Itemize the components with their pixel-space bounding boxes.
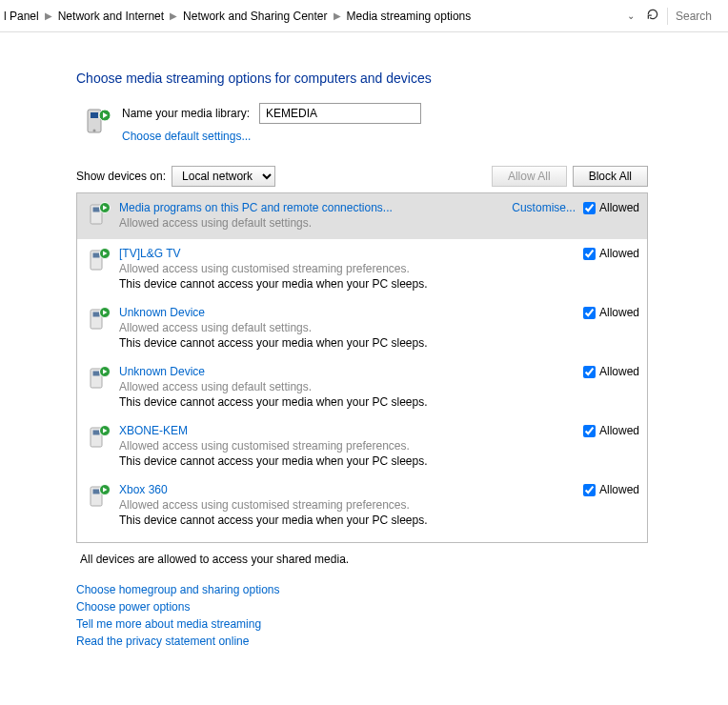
- bottom-link[interactable]: Read the privacy statement online: [76, 634, 648, 648]
- bottom-link[interactable]: Choose homegroup and sharing options: [76, 583, 648, 596]
- device-name-link[interactable]: Xbox 360: [119, 483, 583, 496]
- breadcrumb-item[interactable]: Network and Sharing Center: [179, 10, 331, 23]
- device-icon: [87, 424, 111, 453]
- device-icon: [87, 201, 111, 230]
- allowed-checkbox-label[interactable]: Allowed: [583, 365, 639, 378]
- library-name-label: Name your media library:: [122, 107, 250, 120]
- device-icon: [87, 306, 111, 334]
- device-row[interactable]: Media programs on this PC and remote con…: [77, 193, 647, 239]
- chevron-right-icon: ▶: [43, 10, 54, 21]
- device-row[interactable]: Xbox 360Allowed access using customised …: [77, 475, 647, 534]
- allowed-checkbox-label[interactable]: Allowed: [583, 306, 639, 319]
- device-icon: [87, 483, 111, 512]
- status-text: All devices are allowed to access your s…: [76, 543, 648, 566]
- svg-rect-22: [93, 431, 100, 435]
- breadcrumb-item[interactable]: Network and Internet: [54, 10, 168, 23]
- device-description: Allowed access using default settings.: [119, 321, 583, 334]
- device-icon: [87, 365, 111, 393]
- allowed-label-text: Allowed: [599, 201, 639, 214]
- page-title: Choose media streaming options for compu…: [76, 70, 648, 86]
- allowed-label-text: Allowed: [599, 365, 639, 378]
- device-sleep-note: This device cannot access your media whe…: [119, 277, 583, 291]
- svg-rect-14: [93, 312, 100, 317]
- allowed-checkbox-label[interactable]: Allowed: [583, 424, 639, 437]
- allowed-label-text: Allowed: [599, 483, 639, 496]
- device-sleep-note: This device cannot access your media whe…: [119, 454, 583, 468]
- allowed-checkbox[interactable]: [583, 307, 596, 319]
- computer-icon: [84, 108, 112, 138]
- device-description: Allowed access using default settings.: [119, 216, 512, 230]
- allowed-checkbox-label[interactable]: Allowed: [583, 201, 639, 214]
- allowed-checkbox[interactable]: [583, 484, 596, 496]
- device-name-link[interactable]: Unknown Device: [119, 365, 583, 378]
- search-input[interactable]: [667, 8, 720, 25]
- chevron-right-icon: ▶: [168, 10, 179, 21]
- customise-link[interactable]: Customise...: [512, 201, 576, 214]
- svg-rect-26: [93, 490, 100, 494]
- device-name-link[interactable]: [TV]L&G TV: [119, 247, 583, 260]
- device-sleep-note: This device cannot access your media whe…: [119, 336, 583, 350]
- bottom-links: Choose homegroup and sharing optionsChoo…: [76, 566, 648, 648]
- chevron-right-icon: ▶: [332, 10, 343, 21]
- allowed-checkbox-label[interactable]: Allowed: [583, 483, 639, 496]
- allowed-checkbox[interactable]: [583, 202, 596, 214]
- allowed-checkbox[interactable]: [583, 425, 596, 437]
- allowed-label-text: Allowed: [599, 424, 639, 437]
- library-name-input[interactable]: [259, 103, 421, 124]
- device-sleep-note: This device cannot access your media whe…: [119, 395, 583, 409]
- allowed-label-text: Allowed: [599, 306, 639, 319]
- device-name-link[interactable]: Media programs on this PC and remote con…: [119, 201, 512, 214]
- device-name-link[interactable]: Unknown Device: [119, 306, 583, 319]
- network-select[interactable]: Local network: [172, 166, 275, 187]
- svg-rect-18: [93, 372, 100, 376]
- allowed-label-text: Allowed: [599, 247, 639, 260]
- address-bar: l Panel ▶ Network and Internet ▶ Network…: [0, 0, 728, 32]
- svg-rect-1: [91, 112, 98, 118]
- device-sleep-note: This device cannot access your media whe…: [119, 514, 583, 527]
- device-description: Allowed access using customised streamin…: [119, 439, 583, 453]
- device-name-link[interactable]: XBONE-KEM: [119, 424, 583, 437]
- device-row[interactable]: Unknown DeviceAllowed access using defau…: [77, 298, 647, 357]
- bottom-link[interactable]: Tell me more about media streaming: [76, 617, 648, 631]
- device-icon: [87, 247, 111, 275]
- svg-rect-10: [93, 253, 100, 258]
- svg-point-2: [93, 130, 96, 132]
- breadcrumb-item[interactable]: l Panel: [0, 10, 43, 23]
- allowed-checkbox[interactable]: [583, 248, 596, 260]
- breadcrumb-item[interactable]: Media streaming options: [343, 10, 475, 23]
- device-description: Allowed access using default settings.: [119, 380, 583, 393]
- chevron-down-icon[interactable]: ⌄: [623, 9, 638, 23]
- device-row[interactable]: [TV]L&G TVAllowed access using customise…: [77, 239, 647, 298]
- choose-default-settings-link[interactable]: Choose default settings...: [122, 130, 421, 143]
- device-description: Allowed access using customised streamin…: [119, 498, 583, 512]
- allowed-checkbox[interactable]: [583, 366, 596, 378]
- block-all-button[interactable]: Block All: [573, 166, 648, 187]
- breadcrumb: l Panel ▶ Network and Internet ▶ Network…: [0, 10, 623, 23]
- refresh-icon[interactable]: [644, 6, 661, 26]
- allow-all-button[interactable]: Allow All: [492, 166, 567, 187]
- bottom-link[interactable]: Choose power options: [76, 600, 648, 614]
- device-list: Media programs on this PC and remote con…: [76, 192, 648, 543]
- svg-rect-6: [93, 208, 100, 212]
- allowed-checkbox-label[interactable]: Allowed: [583, 247, 639, 260]
- device-description: Allowed access using customised streamin…: [119, 262, 583, 275]
- device-row[interactable]: XBONE-KEMAllowed access using customised…: [77, 416, 647, 475]
- show-devices-label: Show devices on:: [76, 170, 166, 183]
- device-row[interactable]: Unknown DeviceAllowed access using defau…: [77, 357, 647, 416]
